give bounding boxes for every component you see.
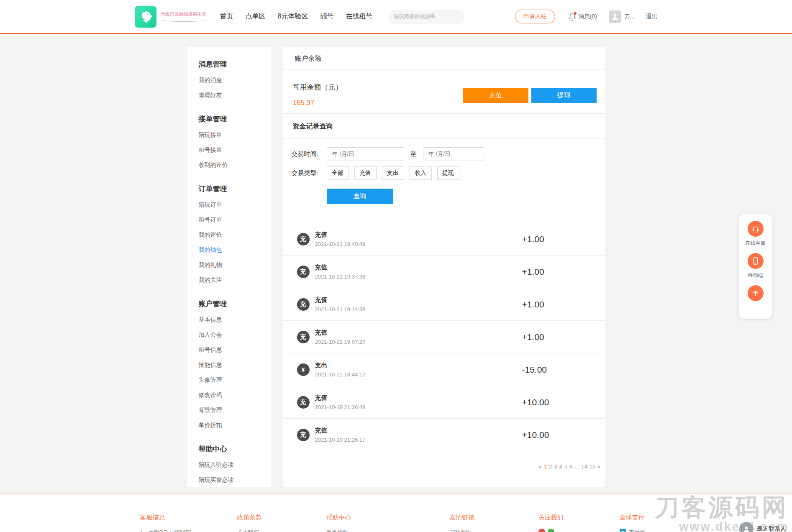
transaction-type-icon: 充 [297,266,310,278]
records-filter: 交易时间: 至 交易类型: 全部充值支出收入提现 查询 [283,139,605,204]
unread-dot [574,12,577,15]
transaction-type-filter-button[interactable]: 支出 [382,166,404,180]
nav-item[interactable]: 靓号 [320,12,333,21]
headset-icon [751,225,760,233]
transaction-info: 充值 2021-10-21 19:40:49 [315,231,366,247]
transaction-type-icon: 充 [297,298,310,311]
transaction-row: 充 充值 2021-10-19 21:26:17 +10.00 [283,419,605,451]
pagination-page[interactable]: 5 [564,463,567,470]
pagination-page[interactable]: ... [574,463,579,470]
transaction-row: 充 充值 2021-10-21 19:40:49 +1.00 [283,223,605,256]
sidebar-item[interactable]: 技能信息 [199,361,267,369]
dolphin-logo-icon [137,8,154,25]
wechat-icon[interactable] [548,529,554,532]
sidebar-item[interactable]: 我的钱包 [199,246,267,254]
sidebar-item[interactable]: 陪玩入驻必读 [199,461,267,469]
records-title: 资金记录查询 [283,114,605,139]
sidebar-section-title: 帮助中心 [199,444,267,454]
withdraw-button[interactable]: 提现 [531,88,597,103]
sidebar-item[interactable]: 加入公会 [199,331,267,339]
pagination-page[interactable]: 1 [544,463,547,470]
avatar[interactable] [609,10,621,23]
pagination-page[interactable]: 14 [581,463,587,470]
search-box[interactable] [388,10,464,24]
sidebar-item[interactable]: 收到的评价 [199,161,267,169]
site-logo[interactable] [135,6,156,28]
online-service-button[interactable] [748,221,764,237]
recent-contacts-widget[interactable]: 最近联系人 [739,522,786,532]
footer-social-icons [538,529,564,532]
pagination-page[interactable]: 2 [549,463,552,470]
main-card: 账户余额 可用余额（元） 165.97 充值 提现 资金记录查询 交易时间: 至… [283,47,605,487]
nav-item[interactable]: 点单区 [246,12,266,21]
sidebar-item[interactable]: 修改密码 [199,391,267,399]
transaction-type-filter-button[interactable]: 提现 [437,166,459,180]
footer-col-help: 帮助中心 新手帮助 [326,514,351,532]
sidebar-item[interactable]: 陪玩买家必读 [199,476,267,484]
sidebar-item[interactable]: 邀请好友 [199,92,267,99]
pagination-page[interactable]: 3 [554,463,557,470]
date-from-input[interactable] [327,147,404,161]
transaction-row: 充 充值 2021-10-19 21:26:48 +10.00 [283,386,605,419]
transaction-row: 充 充值 2021-10-21 19:37:36 +1.00 [283,256,605,288]
sidebar-item[interactable]: 我的礼物 [199,261,267,269]
transaction-type: 支出 [315,361,366,369]
username-label[interactable]: 刀... [624,13,635,20]
messages-label[interactable]: 消息(0) [578,13,597,20]
arrow-up-icon [751,289,760,297]
pagination-page[interactable]: 6 [569,463,572,470]
logout-button[interactable]: 退出 [646,13,658,20]
sidebar-item[interactable]: 陪玩订单 [199,201,267,209]
back-to-top-button[interactable] [748,285,764,301]
sidebar-section-orders: 订单管理 陪玩订单租号订单我的评价我的钱包我的礼物我的关注 [199,184,267,284]
sidebar-item[interactable]: 陪玩接单 [199,131,267,139]
transaction-info: 充值 2021-10-21 19:07:20 [315,329,366,345]
transaction-type: 充值 [315,427,366,435]
nav-item[interactable]: 8元体验区 [278,12,308,21]
footer-link[interactable]: 关于我们 [237,529,262,532]
recharge-button[interactable]: 充值 [463,88,528,103]
apply-settle-button[interactable]: 申请入驻 [515,10,555,23]
sidebar-item[interactable]: 我的关注 [199,276,267,284]
sidebar-item[interactable]: 租号订单 [199,216,267,224]
mobile-app-button[interactable] [748,253,764,269]
nav-item[interactable]: 首页 [220,12,233,21]
date-to-input[interactable] [423,147,484,161]
query-button[interactable]: 查询 [327,189,393,204]
footer-col-title: 政策条款 [237,514,262,522]
nav-item[interactable]: 在线租号 [346,12,372,21]
transaction-row: 充 充值 2021-10-21 19:07:20 +1.00 [283,321,605,353]
transaction-info: 支出 2021-10-21 18:44:12 [315,361,366,378]
weibo-icon[interactable] [538,529,545,532]
pagination-prev[interactable]: « [539,463,542,470]
sidebar-item[interactable]: 基本信息 [199,316,267,324]
search-input[interactable] [393,14,461,20]
sidebar-item[interactable]: 租号接单 [199,146,267,154]
pagination-page[interactable]: 4 [559,463,562,470]
transaction-type-filter-button[interactable]: 全部 [327,166,349,180]
transaction-type-filter-button[interactable]: 充值 [354,166,377,180]
sidebar-item[interactable]: 租号信息 [199,346,267,354]
phone-icon [751,257,760,265]
pagination-next[interactable]: » [597,463,600,470]
footer-link[interactable]: 新手帮助 [326,529,351,532]
transaction-amount: +1.00 [522,267,544,277]
transaction-type-filter-button[interactable]: 收入 [410,166,432,180]
transaction-type: 充值 [315,329,366,337]
sidebar-item[interactable]: 背景管理 [199,407,267,414]
sidebar-item[interactable]: 我的评价 [199,231,267,239]
sidebar-item[interactable]: 头像管理 [199,376,267,384]
sidebar-item[interactable]: 我的消息 [199,77,267,84]
pagination-page[interactable]: 15 [590,463,595,470]
transaction-type: 充值 [315,394,366,402]
pagination-pages: 123456...1415 [542,463,595,470]
transaction-time: 2021-10-19 21:26:17 [315,437,366,443]
footer-link[interactable]: 支 支付宝 [620,529,645,532]
messages-entry[interactable]: 消息(0) [569,13,597,21]
top-header: 游戏陪玩就找果果电竞 首页点单区8元体验区靓号在线租号 申请入驻 消息(0) [0,0,792,34]
footer-link[interactable]: 刀客源码 [450,529,475,532]
footer-link[interactable]: 太阳QQ：400450 [140,529,192,532]
sidebar-item[interactable]: 单价折扣 [199,422,267,429]
transaction-amount: +10.00 [522,430,549,440]
transaction-time: 2021-10-21 19:14:38 [315,306,366,312]
